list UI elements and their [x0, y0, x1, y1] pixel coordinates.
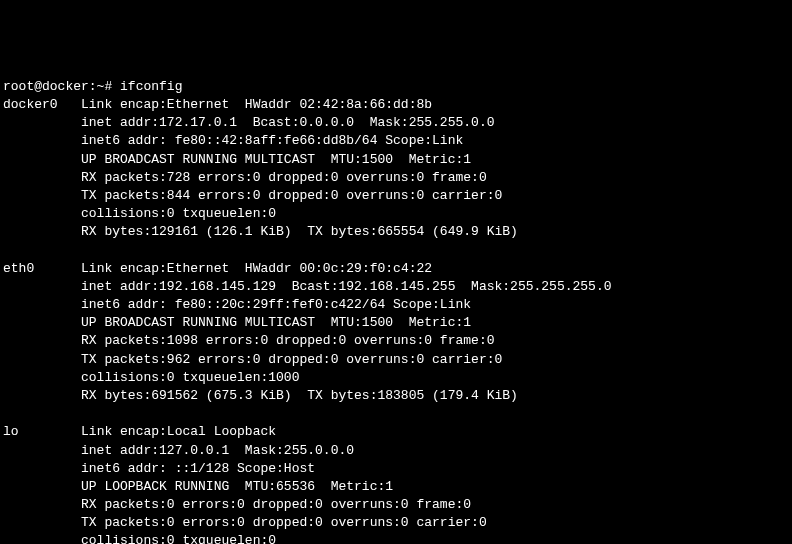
- terminal-output[interactable]: root@docker:~# ifconfig docker0 Link enc…: [3, 78, 789, 544]
- iface-2-line-1: inet addr:127.0.0.1 Mask:255.0.0.0: [81, 443, 354, 458]
- iface-1-line-7: RX bytes:691562 (675.3 KiB) TX bytes:183…: [81, 388, 518, 403]
- iface-1-name: eth0: [3, 261, 34, 276]
- iface-2-line-3: UP LOOPBACK RUNNING MTU:65536 Metric:1: [81, 479, 393, 494]
- command-text: ifconfig: [120, 79, 182, 94]
- iface-1-line-2: inet6 addr: fe80::20c:29ff:fef0:c422/64 …: [81, 297, 471, 312]
- iface-2-line-6: collisions:0 txqueuelen:0: [81, 533, 276, 544]
- iface-1-line-3: UP BROADCAST RUNNING MULTICAST MTU:1500 …: [81, 315, 471, 330]
- iface-1-line-5: TX packets:962 errors:0 dropped:0 overru…: [81, 352, 502, 367]
- iface-2-line-2: inet6 addr: ::1/128 Scope:Host: [81, 461, 315, 476]
- iface-0-line-3: UP BROADCAST RUNNING MULTICAST MTU:1500 …: [81, 152, 471, 167]
- shell-prompt: root@docker:~#: [3, 79, 120, 94]
- iface-2-name: lo: [3, 424, 19, 439]
- iface-0-name: docker0: [3, 97, 58, 112]
- iface-2-line-5: TX packets:0 errors:0 dropped:0 overruns…: [81, 515, 487, 530]
- iface-0-line-0: Link encap:Ethernet HWaddr 02:42:8a:66:d…: [81, 97, 432, 112]
- iface-1-line-4: RX packets:1098 errors:0 dropped:0 overr…: [81, 333, 494, 348]
- iface-0-line-6: collisions:0 txqueuelen:0: [81, 206, 276, 221]
- iface-1-line-0: Link encap:Ethernet HWaddr 00:0c:29:f0:c…: [81, 261, 432, 276]
- iface-0-line-1: inet addr:172.17.0.1 Bcast:0.0.0.0 Mask:…: [81, 115, 494, 130]
- iface-0-line-2: inet6 addr: fe80::42:8aff:fe66:dd8b/64 S…: [81, 133, 463, 148]
- iface-1-line-6: collisions:0 txqueuelen:1000: [81, 370, 299, 385]
- iface-0-line-5: TX packets:844 errors:0 dropped:0 overru…: [81, 188, 502, 203]
- iface-2-line-4: RX packets:0 errors:0 dropped:0 overruns…: [81, 497, 471, 512]
- iface-0-line-7: RX bytes:129161 (126.1 KiB) TX bytes:665…: [81, 224, 518, 239]
- iface-0-line-4: RX packets:728 errors:0 dropped:0 overru…: [81, 170, 487, 185]
- iface-1-line-1: inet addr:192.168.145.129 Bcast:192.168.…: [81, 279, 612, 294]
- iface-2-line-0: Link encap:Local Loopback: [81, 424, 276, 439]
